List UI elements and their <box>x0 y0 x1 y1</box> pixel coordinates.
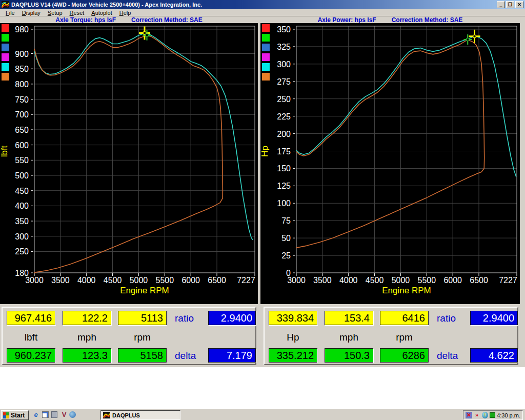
peak-torque-value: 967.416 <box>7 311 55 325</box>
svg-text:175: 175 <box>277 147 291 156</box>
svg-text:6000: 6000 <box>443 276 462 285</box>
window-title: DAQPLUS V14 (4WD - Motor Vehicle 2500+40… <box>11 2 202 8</box>
svg-text:5500: 5500 <box>418 276 436 285</box>
app-window: DAQPLUS V14 (4WD - Motor Vehicle 2500+40… <box>0 0 525 420</box>
menu-reset[interactable]: Reset <box>66 10 88 16</box>
mph-unit-label: mph <box>325 332 373 343</box>
show-desktop-icon[interactable] <box>42 411 49 418</box>
system-tray: ✕ » ! 4:30 p.m. <box>463 410 523 420</box>
svg-text:3000: 3000 <box>25 276 44 285</box>
peak-power-value: 339.834 <box>269 311 317 325</box>
svg-text:4000: 4000 <box>339 276 358 285</box>
svg-text:250: 250 <box>15 247 29 256</box>
svg-text:125: 125 <box>277 182 291 190</box>
svg-text:7227: 7227 <box>499 276 517 285</box>
svg-text:3500: 3500 <box>51 276 70 285</box>
delta-label: delta <box>437 350 458 362</box>
menu-setup[interactable]: Setup <box>44 10 66 16</box>
ratio-label: ratio <box>175 313 194 324</box>
recording-status-icon[interactable] <box>490 412 495 418</box>
svg-text:4500: 4500 <box>104 276 122 285</box>
svg-text:750: 750 <box>15 95 29 104</box>
second-torque-value: 960.237 <box>7 348 55 363</box>
svg-text:5000: 5000 <box>392 276 410 285</box>
power-readout-panel: 339.834 153.4 6416 ratio 2.9400 Hp mph r… <box>264 307 518 365</box>
ie-icon[interactable]: e <box>32 411 40 419</box>
svg-text:Engine RPM: Engine RPM <box>382 286 431 295</box>
ratio-value: 2.9400 <box>470 311 518 325</box>
minimize-button[interactable]: _ <box>497 1 505 8</box>
svg-text:300: 300 <box>15 232 29 241</box>
svg-text:6000: 6000 <box>181 276 200 285</box>
svg-text:3500: 3500 <box>313 276 332 285</box>
app-icon <box>2 1 9 8</box>
svg-text:5500: 5500 <box>156 276 174 285</box>
start-label: Start <box>11 412 25 419</box>
delta-label: delta <box>175 350 196 362</box>
power-correction-method: Correction Method: SAE <box>392 16 463 24</box>
title-bar[interactable]: DAQPLUS V14 (4WD - Motor Vehicle 2500+40… <box>0 0 525 9</box>
start-button[interactable]: Start <box>1 410 29 420</box>
svg-text:350: 350 <box>15 217 29 226</box>
second-power-rpm: 6286 <box>380 348 429 363</box>
menu-help[interactable]: Help <box>116 10 135 16</box>
taskbar: Start e V DAQPLUS ✕ » ! 4:30 p.m. <box>0 409 525 420</box>
svg-text:275: 275 <box>277 77 291 86</box>
rpm-unit-label: rpm <box>380 332 429 343</box>
delta-value: 7.179 <box>208 348 256 363</box>
svg-text:800: 800 <box>15 80 29 89</box>
svg-text:500: 500 <box>15 171 29 180</box>
peak-power-rpm: 6416 <box>380 311 429 325</box>
menu-bar: File Display Setup Reset Autoplot Help <box>0 9 525 16</box>
close-button[interactable]: ✕ <box>515 1 523 8</box>
svg-text:6500: 6500 <box>208 276 226 285</box>
menu-autoplot[interactable]: Autoplot <box>88 10 115 16</box>
torque-chart-title: Axle Torque: hps IsF <box>55 16 116 24</box>
peak-torque-rpm: 5113 <box>118 311 167 325</box>
svg-text:150: 150 <box>277 164 291 173</box>
svg-text:850: 850 <box>15 65 29 73</box>
svg-text:7227: 7227 <box>237 276 255 285</box>
messenger-icon[interactable] <box>69 411 76 418</box>
daqplus-task-button[interactable]: DAQPLUS <box>100 410 180 420</box>
power-chart-title: Axle Power: hps IsF <box>318 16 376 24</box>
clock[interactable]: 4:30 p.m. <box>497 412 520 418</box>
ratio-label: ratio <box>437 313 456 324</box>
rpm-unit-label: rpm <box>118 332 167 343</box>
fast-forward-icon[interactable]: » <box>474 412 480 418</box>
network-error-icon[interactable]: ✕ <box>466 412 472 418</box>
channels-icon[interactable] <box>51 411 57 418</box>
status-globe-icon[interactable]: ! <box>482 412 489 418</box>
svg-text:550: 550 <box>15 156 29 165</box>
svg-text:200: 200 <box>277 130 291 138</box>
svg-text:100: 100 <box>277 199 291 208</box>
peak-torque-mph: 122.2 <box>63 311 111 325</box>
svg-text:5000: 5000 <box>130 276 148 285</box>
mph-unit-label: mph <box>63 332 111 343</box>
daqplus-task-icon <box>103 412 110 418</box>
menu-display[interactable]: Display <box>18 10 44 16</box>
svg-text:225: 225 <box>277 112 291 121</box>
restore-button[interactable]: ❐ <box>506 1 514 8</box>
svg-text:4500: 4500 <box>366 276 384 285</box>
windows-flag-icon <box>3 412 9 418</box>
menu-file[interactable]: File <box>2 10 18 16</box>
svg-text:450: 450 <box>15 187 29 195</box>
svg-text:3000: 3000 <box>287 276 306 285</box>
second-torque-rpm: 5158 <box>118 348 167 363</box>
media-icon[interactable]: V <box>60 411 68 419</box>
svg-text:650: 650 <box>15 126 29 134</box>
svg-text:250: 250 <box>277 95 291 104</box>
svg-text:Hp: Hp <box>260 146 270 157</box>
torque-correction-method: Correction Method: SAE <box>131 16 203 24</box>
svg-text:400: 400 <box>15 202 29 210</box>
svg-text:980: 980 <box>15 25 29 34</box>
ratio-value: 2.9400 <box>208 311 256 325</box>
svg-text:325: 325 <box>277 43 291 51</box>
svg-text:300: 300 <box>277 60 291 69</box>
svg-text:6500: 6500 <box>470 276 488 285</box>
power-chart[interactable]: 3503253002752502252001751501251007550250… <box>260 23 520 304</box>
footer: A A’PEX i. ® Folder Run ID Date Dyna pac… <box>0 367 525 409</box>
delta-value: 4.622 <box>470 348 518 363</box>
torque-chart[interactable]: 9809008508007507006506005505004504003503… <box>0 23 258 304</box>
